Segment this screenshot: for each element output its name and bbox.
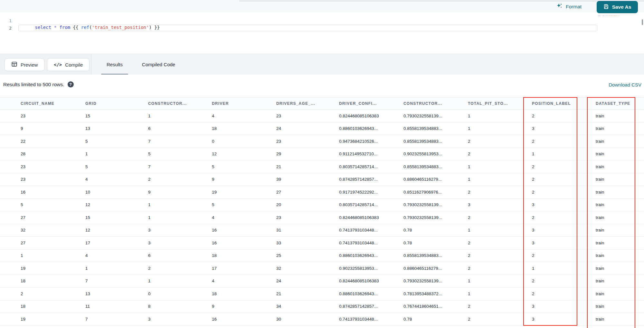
results-table: CIRCUIT_NAMEGRIDCONSTRUCTOR...DRIVERDRIV… <box>0 97 644 326</box>
table-cell: 10 <box>85 190 148 195</box>
table-cell: 25 <box>276 253 339 258</box>
table-row: 197316300.7413793103448...0.7823train <box>0 313 644 326</box>
table-cell: 0.9112149532710... <box>339 151 403 156</box>
table-cell: 0.9023255813953... <box>403 151 468 156</box>
help-icon[interactable]: ? <box>68 81 74 87</box>
table-cell: 0.8558139534883... <box>403 139 468 144</box>
table-cell: train <box>596 190 644 195</box>
table-cell: 7 <box>148 164 212 169</box>
table-cell: 0.7413793103448... <box>339 317 403 322</box>
table-cell: 7 <box>85 317 148 322</box>
table-row: 23429390.8742857142857...0.8860465116279… <box>0 173 644 186</box>
table-cell: 19 <box>0 266 85 271</box>
sql-editor[interactable]: 1 2 select*from{{ref('train_test_positio… <box>0 12 644 54</box>
table-cell: 27 <box>276 190 339 195</box>
format-button-label: Format <box>566 4 582 10</box>
table-cell: 0.9171974522292... <box>339 190 403 195</box>
save-as-button[interactable]: Save As <box>597 1 638 13</box>
compile-button-label: Compile <box>65 62 83 68</box>
tab-compiled-code[interactable]: Compiled Code <box>137 54 180 75</box>
table-row: 213018210.8860103626943...0.781395348837… <box>0 287 644 300</box>
tab-results-label: Results <box>107 62 123 67</box>
minimap-slider[interactable] <box>642 19 643 25</box>
table-cell: train <box>596 202 644 207</box>
table-cell: 1 <box>85 151 148 156</box>
table-cell: 2 <box>532 278 596 283</box>
table-cell: 2 <box>532 253 596 258</box>
table-cell: 24 <box>276 126 339 131</box>
tab-compiled-code-label: Compiled Code <box>142 62 175 67</box>
table-cell: 28 <box>0 151 85 156</box>
table-cell: 17 <box>212 266 276 271</box>
table-cell: train <box>596 164 644 169</box>
table-cell: 19 <box>0 317 85 322</box>
table-cell: 2 <box>468 266 532 271</box>
table-cell: 27 <box>0 241 85 245</box>
ide-window: Format Save As 1 2 select*from{{ref('tra… <box>0 0 644 328</box>
table-cell: 24 <box>276 278 339 283</box>
results-toolbar: Results Compiled Code Preview </> Compil… <box>0 54 644 75</box>
table-cell: 0.824468085106383 <box>339 278 403 283</box>
table-cell: 1 <box>468 114 532 118</box>
table-cell: train <box>596 126 644 131</box>
table-cell: 0.8860465116279... <box>403 266 468 271</box>
table-cell: 5 <box>212 164 276 169</box>
table-cell: 1 <box>468 228 532 232</box>
table-cell: 0.8511627906976... <box>403 190 468 195</box>
table-cell: train <box>596 177 644 182</box>
code-line-1[interactable]: select*from{{ref('train_test_position')}… <box>19 18 160 37</box>
tab-results[interactable]: Results <box>100 54 129 75</box>
table-cell: 18 <box>0 278 85 283</box>
table-cell: 18 <box>212 126 276 131</box>
table-cell: train <box>596 139 644 144</box>
table-cell: 3 <box>148 317 212 322</box>
editor-minimap[interactable]: select * from {{ ref('train_test_positio… <box>598 15 624 16</box>
table-cell: 23 <box>0 164 85 169</box>
table-cell: 1 <box>468 164 532 169</box>
preview-button-label: Preview <box>21 62 38 68</box>
table-cell: 21 <box>276 291 339 296</box>
table-cell: 18 <box>212 291 276 296</box>
table-cell: 9 <box>148 190 212 195</box>
table-row: 281512290.9112149532710...0.902325581395… <box>0 148 644 161</box>
table-cell: 34 <box>276 304 339 309</box>
table-cell: 1 <box>148 114 212 118</box>
table-cell: 0.78 <box>403 241 468 245</box>
table-cell: 3 <box>468 202 532 207</box>
line-number-2: 2 <box>6 25 12 32</box>
table-cell: 30 <box>276 317 339 322</box>
table-cell: 2 <box>532 139 596 144</box>
table-cell: train <box>596 291 644 296</box>
minimap-code-segment: 'train_test_position' <box>608 15 617 16</box>
table-cell: 0.7674418604651... <box>403 304 468 309</box>
column-header: DRIVER <box>212 101 276 106</box>
table-cell: train <box>596 114 644 118</box>
table-cell: 1 <box>0 253 85 258</box>
table-cell: 3 <box>148 228 212 232</box>
table-cell: 33 <box>276 241 339 245</box>
table-cell: 27 <box>0 215 85 220</box>
table-cell: 3 <box>532 202 596 207</box>
table-cell: 4 <box>85 177 148 182</box>
format-button[interactable]: Format <box>556 3 582 11</box>
table-cell: train <box>596 266 644 271</box>
compile-button[interactable]: </> Compile <box>47 58 90 71</box>
model-name-string: 'train_test_position' <box>92 25 149 30</box>
table-cell: 18 <box>0 304 85 309</box>
table-cell: 0.7930232558139... <box>403 114 468 118</box>
table-cell: 23 <box>276 114 339 118</box>
column-header: DRIVERS_AGE_... <box>276 101 339 106</box>
table-cell: 2 <box>468 241 532 245</box>
table-cell: 18 <box>212 253 276 258</box>
table-cell: 7 <box>85 278 148 283</box>
table-cell: 32 <box>0 228 85 232</box>
table-row: 51215200.8035714285714...0.7930232558139… <box>0 199 644 212</box>
table-row: 913618240.8860103626943...0.855813953488… <box>0 123 644 135</box>
table-cell: train <box>596 317 644 322</box>
table-row: 18714240.8244680851063830.7930232558139.… <box>0 275 644 288</box>
table-cell: 0.8558139534883... <box>403 164 468 169</box>
table-row: 1610919270.9171974522292...0.85116279069… <box>0 186 644 199</box>
table-row: 23575210.8035714285714...0.8558139534883… <box>0 160 644 173</box>
preview-button[interactable]: Preview <box>5 58 44 71</box>
download-csv-link[interactable]: Download CSV <box>609 82 641 87</box>
